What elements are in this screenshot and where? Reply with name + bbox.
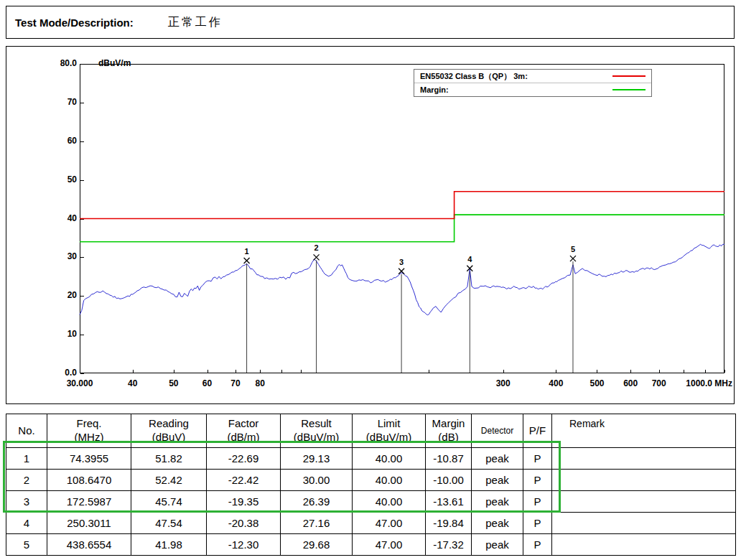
legend-label: Margin: — [420, 85, 612, 94]
x-tick-label: 400 — [549, 378, 563, 388]
x-tick-label: 300 — [496, 378, 511, 388]
results-table: No.Freq. (MHz)Reading (dBuV)Factor (dB/m… — [6, 414, 736, 556]
y-axis-unit-label: dBuV/m — [98, 58, 131, 68]
column-header: Reading (dBuV) — [131, 414, 207, 448]
table-cell: -19.35 — [207, 491, 281, 513]
y-tick-label: 80.0 — [34, 58, 77, 68]
y-tick-label: 30 — [34, 251, 77, 261]
table-body: 174.395551.82-22.6929.1340.00-10.87peakP… — [6, 448, 736, 556]
emission-chart-panel: 12345 dBuV/m EN55032 Class B（QP） 3m:Marg… — [6, 46, 735, 404]
y-tick-label: 0.0 — [34, 368, 77, 378]
marker-number: 4 — [467, 255, 472, 263]
x-tick-label: 80 — [255, 378, 264, 388]
table-cell: 26.39 — [281, 491, 353, 513]
y-tick-label: 50 — [34, 174, 77, 185]
table-row: 3172.598745.74-19.3526.3940.00-13.61peak… — [6, 491, 736, 513]
table-cell: 438.6554 — [47, 534, 131, 556]
column-header: Margin (dB) — [426, 414, 472, 448]
marker-number: 2 — [314, 243, 319, 252]
table-cell: 3 — [6, 491, 47, 513]
table-cell: 51.82 — [131, 448, 207, 470]
table-cell: 47.54 — [131, 513, 207, 534]
spectrum-trace — [80, 244, 724, 315]
table-cell: 40.00 — [353, 448, 426, 470]
table-cell: 29.13 — [281, 448, 353, 470]
legend-row: EN55032 Class B（QP） 3m: — [414, 70, 651, 83]
legend-row: Margin: — [414, 83, 651, 96]
marker-number: 1 — [245, 247, 249, 256]
y-tick-label: 20 — [34, 290, 77, 300]
table-cell — [552, 448, 736, 470]
table-cell: -20.38 — [207, 513, 281, 534]
table-cell: -22.69 — [207, 448, 281, 470]
x-tick-label: 40 — [128, 378, 137, 388]
test-mode-label: Test Mode/Description: — [15, 17, 134, 29]
table-cell: P — [523, 470, 552, 491]
column-header: P/F — [523, 414, 552, 448]
table-cell: 1 — [6, 448, 47, 470]
table-cell: 29.68 — [281, 534, 353, 556]
table-row: 4250.301147.54-20.3827.1647.00-19.84peak… — [6, 513, 736, 534]
y-tick-label: 40 — [34, 213, 77, 223]
table-cell: 5 — [6, 534, 47, 556]
table-cell: 30.00 — [281, 470, 353, 491]
table-cell: peak — [472, 534, 523, 556]
table-cell: 4 — [6, 513, 47, 534]
table-cell: 45.74 — [131, 491, 207, 513]
table-cell — [552, 534, 736, 556]
column-header: Factor (dB/m) — [207, 414, 281, 448]
column-header: Detector — [472, 414, 523, 448]
table-cell: 40.00 — [353, 491, 426, 513]
table-cell: peak — [472, 448, 523, 470]
column-header: Freq. (MHz) — [47, 414, 131, 448]
table-cell — [552, 491, 736, 513]
table-cell: peak — [472, 470, 523, 491]
table-cell: 47.00 — [353, 534, 426, 556]
table-cell: -10.00 — [426, 470, 472, 491]
table-cell: 2 — [6, 470, 47, 491]
table-cell: 27.16 — [281, 513, 353, 534]
marker-number: 3 — [399, 258, 404, 266]
table-cell: P — [523, 534, 552, 556]
table-cell: -19.84 — [426, 513, 472, 534]
marker-number: 5 — [571, 245, 575, 253]
x-tick-label: 500 — [589, 378, 604, 388]
table-cell: P — [523, 448, 552, 470]
table-row: 5438.655441.98-12.3029.6847.00-17.32peak… — [6, 534, 736, 556]
x-tick-label: 1000.0 MHz — [686, 378, 732, 388]
table-cell: P — [523, 491, 552, 513]
table-cell: peak — [472, 491, 523, 513]
column-header: Limit (dBuV/m) — [353, 414, 426, 448]
table-cell: -10.87 — [426, 448, 472, 470]
table-cell — [552, 470, 736, 491]
table-cell: -13.61 — [426, 491, 472, 513]
table-cell: -22.42 — [207, 470, 281, 491]
table-cell: 47.00 — [353, 513, 426, 534]
table-header-row: No.Freq. (MHz)Reading (dBuV)Factor (dB/m… — [6, 414, 736, 448]
table-cell: 172.5987 — [47, 491, 131, 513]
y-tick-label: 60 — [34, 136, 77, 146]
chart-canvas: 12345 — [6, 47, 734, 403]
column-header: Remark — [552, 414, 736, 448]
table-cell: -12.30 — [207, 534, 281, 556]
table-cell: 40.00 — [353, 470, 426, 491]
y-tick-label: 10 — [34, 329, 77, 339]
table-cell: 250.3011 — [47, 513, 131, 534]
x-tick-label: 700 — [652, 378, 666, 388]
table-cell: 41.98 — [131, 534, 207, 556]
x-tick-label: 70 — [230, 378, 240, 388]
test-mode-value: 正常工作 — [168, 15, 223, 30]
table-cell: 52.42 — [131, 470, 207, 491]
table-row: 174.395551.82-22.6929.1340.00-10.87peakP — [6, 448, 736, 470]
table-cell: 108.6470 — [47, 470, 131, 491]
column-header: Result (dBuV/m) — [281, 414, 353, 448]
legend-line-sample — [612, 75, 646, 77]
table-cell: -17.32 — [426, 534, 472, 556]
legend-label: EN55032 Class B（QP） 3m: — [420, 71, 612, 82]
x-tick-label: 50 — [169, 378, 178, 388]
table-cell: peak — [472, 513, 523, 534]
column-header: No. — [6, 414, 47, 448]
legend-line-sample — [612, 89, 646, 90]
table-cell: P — [523, 513, 552, 534]
test-mode-box: Test Mode/Description: 正常工作 — [6, 6, 735, 39]
